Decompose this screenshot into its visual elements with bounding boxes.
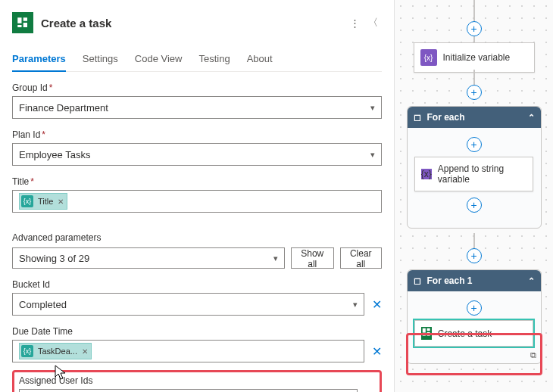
title-label: Title* bbox=[12, 176, 382, 187]
chevron-down-icon: ▾ bbox=[370, 150, 375, 160]
clear-bucket-icon[interactable]: ✕ bbox=[372, 297, 382, 312]
plan-id-label: Plan Id* bbox=[12, 129, 382, 140]
clear-all-button[interactable]: Clear all bbox=[340, 247, 382, 269]
insert-step-button[interactable]: + bbox=[467, 198, 482, 213]
chevron-up-icon: ⌃ bbox=[528, 113, 535, 123]
assigned-label: Assigned User Ids bbox=[19, 375, 375, 386]
plan-id-value: Employee Tasks bbox=[19, 149, 90, 160]
plan-id-select[interactable]: Employee Tasks ▾ bbox=[12, 143, 382, 166]
svg-rect-0 bbox=[17, 17, 21, 23]
advanced-heading: Advanced parameters bbox=[12, 232, 382, 243]
advanced-params-select[interactable]: Showing 3 of 29 ▾ bbox=[12, 247, 285, 269]
bucket-id-label: Bucket Id bbox=[12, 279, 382, 290]
create-task-highlight bbox=[406, 333, 542, 375]
insert-step-button[interactable]: + bbox=[467, 137, 482, 152]
node-initialize-variable[interactable]: {x} Initialize variable bbox=[414, 42, 535, 73]
remove-token-icon[interactable]: ✕ bbox=[82, 347, 88, 356]
assigned-input[interactable]: {x} Assigned... ✕ bbox=[19, 389, 358, 392]
title-token[interactable]: {x} Title ✕ bbox=[19, 193, 67, 210]
title-input[interactable]: {x} Title ✕ bbox=[12, 190, 382, 213]
group-id-select[interactable]: Finance Department ▾ bbox=[12, 96, 382, 119]
variable-icon: {x} bbox=[420, 49, 437, 66]
insert-step-button[interactable]: + bbox=[467, 300, 482, 316]
svg-rect-5 bbox=[426, 328, 430, 331]
due-date-input[interactable]: {x} TaskDea... ✕ bbox=[12, 340, 364, 362]
fx-icon: {x} bbox=[21, 345, 33, 357]
group-id-label: Group Id* bbox=[12, 82, 382, 93]
chevron-down-icon: ▾ bbox=[353, 300, 358, 310]
chevron-down-icon: ▾ bbox=[273, 254, 278, 263]
show-all-button[interactable]: Show all bbox=[291, 247, 334, 269]
loop-icon: ◻ bbox=[414, 112, 421, 123]
chevron-up-icon: ⌃ bbox=[528, 276, 535, 286]
tab-about[interactable]: About bbox=[247, 48, 273, 71]
svg-rect-3 bbox=[17, 25, 21, 27]
variable-icon: {x} bbox=[421, 169, 432, 179]
planner-app-icon bbox=[12, 12, 33, 33]
due-date-label: Due Date Time bbox=[12, 326, 382, 337]
insert-step-button[interactable]: + bbox=[467, 248, 482, 263]
assigned-user-ids-highlight: Assigned User Ids {x} Assigned... ✕ ✕ bbox=[12, 370, 382, 392]
advanced-showing: Showing 3 of 29 bbox=[19, 253, 89, 264]
bucket-id-select[interactable]: Completed ▾ bbox=[12, 293, 364, 316]
group-id-value: Finance Department bbox=[19, 102, 108, 114]
collapse-icon[interactable]: 〈 bbox=[364, 14, 382, 32]
tab-code-view[interactable]: Code View bbox=[135, 48, 183, 71]
clear-due-date-icon[interactable]: ✕ bbox=[372, 344, 382, 359]
remove-token-icon[interactable]: ✕ bbox=[58, 198, 64, 206]
svg-rect-2 bbox=[23, 23, 27, 27]
insert-step-button[interactable]: + bbox=[467, 85, 482, 100]
due-date-token[interactable]: {x} TaskDea... ✕ bbox=[19, 343, 92, 359]
tab-parameters[interactable]: Parameters bbox=[12, 48, 66, 72]
bucket-id-value: Completed bbox=[19, 299, 67, 310]
more-icon[interactable]: ⋮ bbox=[345, 14, 364, 32]
fx-icon: {x} bbox=[21, 195, 33, 207]
insert-step-button[interactable]: + bbox=[467, 21, 482, 36]
tab-testing[interactable]: Testing bbox=[198, 48, 230, 71]
chevron-down-icon: ▾ bbox=[370, 103, 375, 113]
card-title: Create a task bbox=[41, 17, 345, 30]
svg-rect-1 bbox=[23, 17, 27, 21]
svg-rect-4 bbox=[423, 328, 426, 333]
loop-icon: ◻ bbox=[414, 275, 421, 286]
node-for-each[interactable]: ◻ For each ⌃ + {x} Append to string vari… bbox=[407, 106, 542, 229]
node-append-to-string[interactable]: {x} Append to string variable bbox=[414, 157, 533, 191]
tab-settings[interactable]: Settings bbox=[83, 48, 118, 71]
